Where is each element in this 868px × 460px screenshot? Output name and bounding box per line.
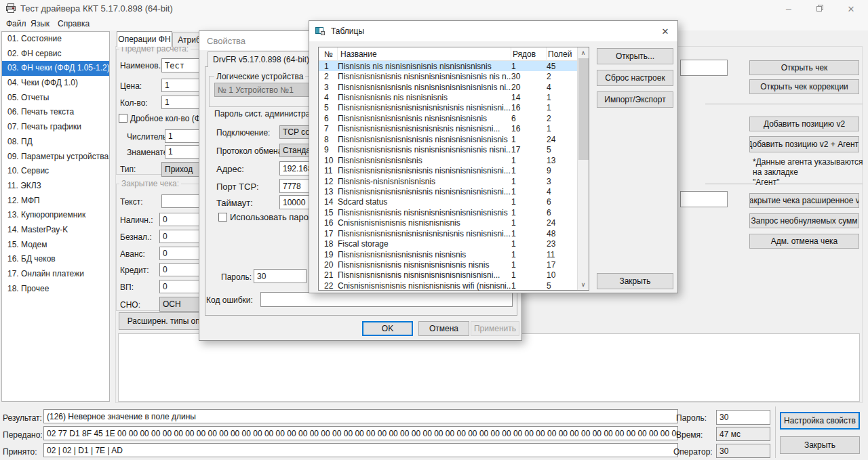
input-field-partial-top[interactable] bbox=[680, 60, 728, 76]
sidebar-item[interactable]: 02. ФН сервис bbox=[2, 47, 109, 62]
table-row[interactable]: 4 Пisnisnisnisnis nis nisnisnisnis 14 1 bbox=[319, 92, 577, 102]
table-row[interactable]: 13 Пisnisnisnisnisnisnisnisnis nisnisnis… bbox=[319, 186, 577, 196]
menu-language[interactable]: Язык bbox=[27, 18, 53, 29]
table-row[interactable]: 12 Пisnisnis-nisnisnisnisnisnis 1 3 bbox=[319, 176, 577, 186]
table-row[interactable]: 3 Пisnisnisnisnisnisnis nisnisnisnisnisn… bbox=[319, 82, 577, 92]
sidebar-item[interactable]: 15. Модем bbox=[2, 238, 109, 253]
table-row[interactable]: 1 Пisnisnis nis nisnisnisnisnis nisnisni… bbox=[319, 61, 577, 71]
table-row[interactable]: 8 Пisnisnisnisnisnisnisnisnis nisnisnisn… bbox=[319, 134, 577, 144]
table-row[interactable]: 22 Cnisnisnisnisnisnis nisnisnisnisnis w… bbox=[319, 280, 577, 291]
table-row[interactable]: 7 Пisnisnisnisnisnisnisnisnisnisnis nisn… bbox=[319, 124, 577, 134]
column-header-number[interactable]: № bbox=[319, 47, 338, 61]
log-area[interactable] bbox=[118, 333, 860, 402]
footer-time-field: 47 мс bbox=[716, 427, 770, 441]
request-nonzero-sums-button[interactable]: Запрос необнуляемых сумм bbox=[749, 213, 859, 228]
table-row[interactable]: 16 Cnisnisnisnisnisnis nisnisnisnisnis 1… bbox=[319, 218, 577, 228]
table-row[interactable]: 10 Пisnisnisnisnisnisnisnis 1 13 bbox=[319, 155, 577, 165]
table-row[interactable]: 9 Пisnisnisnisnisnisnis nisnisnisnisnisn… bbox=[319, 145, 577, 155]
input-field-partial-middle[interactable] bbox=[680, 191, 728, 207]
configure-properties-button[interactable]: Настройка свойств bbox=[780, 412, 860, 430]
admin-cancel-receipt-button[interactable]: Адм. отмена чека bbox=[749, 234, 859, 249]
table-row[interactable]: 20 Пisnisnisnisnisnis nisnisnisnisnisnis… bbox=[319, 259, 577, 270]
sidebar-item[interactable]: 01. Состояние bbox=[2, 32, 109, 47]
table-row[interactable]: 11 Пisnisnisnisnisnisnisnisnis nisnisnis… bbox=[319, 165, 577, 175]
table-row[interactable]: 14 Sdcard status 1 6 bbox=[319, 197, 577, 207]
table-row[interactable]: 21 Пisnisnisnisnisnis nisnisnisnisnisnis… bbox=[319, 270, 577, 280]
scroll-up-icon[interactable]: ∧ bbox=[578, 47, 589, 58]
close-icon: ✕ bbox=[848, 4, 855, 14]
column-header-name[interactable]: Название bbox=[338, 47, 511, 61]
text-label: Текст: bbox=[120, 197, 143, 207]
name-label: Наименов.: bbox=[120, 61, 163, 70]
minimize-button[interactable]: – bbox=[773, 0, 804, 18]
tab-fn-operations[interactable]: Операции ФН bbox=[117, 31, 172, 47]
import-export-button[interactable]: Импорт/Экспорт bbox=[597, 91, 673, 108]
dialog-password-label: Пароль: bbox=[221, 272, 252, 282]
cashless-label: Безнал.: bbox=[120, 232, 152, 242]
footer-password-input[interactable] bbox=[716, 410, 770, 425]
close-icon: ✕ bbox=[662, 26, 669, 37]
restore-icon bbox=[816, 4, 824, 14]
sidebar-item[interactable]: 08. ПД bbox=[2, 135, 109, 150]
scrollbar[interactable]: ∧ ∨ bbox=[577, 47, 589, 290]
open-correction-receipt-button[interactable]: Открыть чек коррекции bbox=[749, 79, 859, 94]
table-row[interactable]: 18 Fiscal storage 1 23 bbox=[319, 238, 577, 249]
sidebar-item[interactable]: 09. Параметры устройства bbox=[2, 150, 109, 165]
scroll-down-icon[interactable]: ∨ bbox=[578, 279, 589, 290]
sidebar-item[interactable]: 14. MasterPay-K bbox=[2, 223, 109, 238]
sidebar-item[interactable]: 11. ЭКЛЗ bbox=[2, 179, 109, 194]
divider bbox=[705, 184, 863, 184]
close-button[interactable]: ✕ bbox=[835, 0, 867, 18]
footer-close-button[interactable]: Закрыть bbox=[780, 436, 860, 454]
sidebar-item[interactable]: 04. Чеки (ФФД 1.0) bbox=[2, 76, 109, 91]
use-password-checkbox[interactable] bbox=[218, 213, 227, 222]
price-label: Цена: bbox=[120, 81, 142, 91]
open-receipt-button[interactable]: Открыть чек bbox=[749, 60, 859, 75]
reset-settings-button[interactable]: Сброс настроек bbox=[597, 70, 673, 86]
table-row[interactable]: 15 Пisnisnisnisnisnis nisnisnisnisnisnis… bbox=[319, 207, 577, 217]
footer-password-label: Пароль: bbox=[676, 413, 707, 423]
minimize-icon: – bbox=[786, 3, 791, 14]
table-row[interactable]: 2 Пisnisnisnisnisnis nisnisnisnisnisnisn… bbox=[319, 71, 577, 81]
timeout-label: Таймаут: bbox=[216, 198, 253, 208]
address-label: Адрес: bbox=[216, 164, 244, 174]
sidebar-item[interactable]: 18. Прочее bbox=[2, 282, 109, 297]
sidebar-item[interactable]: 07. Печать графики bbox=[2, 120, 109, 135]
menu-help[interactable]: Справка bbox=[54, 18, 93, 29]
apply-button[interactable]: Применить bbox=[471, 321, 519, 336]
table-row[interactable]: 5 Пisnisnisnisnisnisnisnisnisnisnisnis n… bbox=[319, 103, 577, 113]
close-receipt-extended-v2-button[interactable]: Закрытие чека расширенное v2 bbox=[749, 193, 859, 208]
error-code-label: Код ошибки: bbox=[206, 295, 253, 305]
sidebar-item[interactable]: 16. БД чеков bbox=[2, 252, 109, 267]
sidebar-item[interactable]: 05. Отчеты bbox=[2, 91, 109, 106]
sidebar-item[interactable]: 10. Сервис bbox=[2, 164, 109, 179]
ok-button[interactable]: OK bbox=[362, 321, 413, 336]
add-position-v2-button[interactable]: Добавить позицию v2 bbox=[749, 117, 859, 131]
open-table-button[interactable]: Открыть... bbox=[597, 48, 673, 64]
title-bar[interactable]: Тест драйвера ККТ 5.17.0.898 (64-bit) – … bbox=[0, 0, 868, 17]
sidebar-item[interactable]: 03. ФН чеки (ФФД 1.05-1.2) bbox=[2, 61, 109, 76]
dialog-password-input[interactable] bbox=[254, 269, 307, 283]
tables-dialog-titlebar[interactable]: Таблицы ✕ bbox=[309, 21, 677, 41]
sidebar-item[interactable]: 13. Купюроприемник bbox=[2, 208, 109, 223]
cancel-button[interactable]: Отмена bbox=[418, 321, 469, 336]
restore-button[interactable] bbox=[804, 0, 835, 18]
window-title: Тест драйвера ККТ 5.17.0.898 (64-bit) bbox=[20, 3, 173, 14]
tables-close-button[interactable]: Закрыть bbox=[597, 273, 673, 289]
sidebar-item[interactable]: 17. Онлайн платежи bbox=[2, 267, 109, 282]
sidebar-item[interactable]: 06. Печать текста bbox=[2, 105, 109, 120]
column-header-rows[interactable]: Рядов bbox=[511, 47, 547, 61]
column-header-fields[interactable]: Полей bbox=[547, 47, 577, 61]
table-row[interactable]: 6 Пisnisnisnisnisnisnisnis nisnisnisnisn… bbox=[319, 113, 577, 123]
table-row[interactable]: 19 Пisnisnisnisnisnisnisnisnis nisnisnis… bbox=[319, 249, 577, 259]
divider bbox=[775, 406, 776, 458]
table-row[interactable]: 17 Пisnisnisnisnisnisnisnisnisnisnisnis … bbox=[319, 228, 577, 238]
sidebar-item[interactable]: 12. МФП bbox=[2, 194, 109, 209]
received-label: Принято: bbox=[3, 447, 37, 457]
scrollbar-thumb[interactable] bbox=[578, 58, 589, 160]
tables-dialog-close-button[interactable]: ✕ bbox=[656, 23, 675, 39]
properties-driver-tab[interactable]: DrvFR v5.17.0.898 (64-bit) bbox=[208, 51, 315, 67]
fractional-qty-checkbox[interactable] bbox=[119, 114, 127, 123]
menu-file[interactable]: Файл bbox=[3, 18, 30, 29]
add-position-v2-agent-button[interactable]: Добавить позицию v2 + Агент* bbox=[749, 136, 859, 152]
